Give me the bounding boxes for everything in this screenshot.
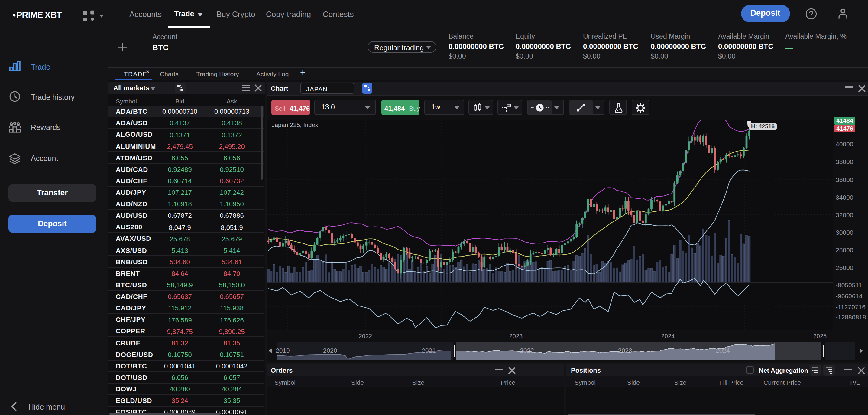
svg-text:PRIME: PRIME bbox=[16, 10, 43, 19]
svg-text:XBT: XBT bbox=[45, 10, 62, 19]
